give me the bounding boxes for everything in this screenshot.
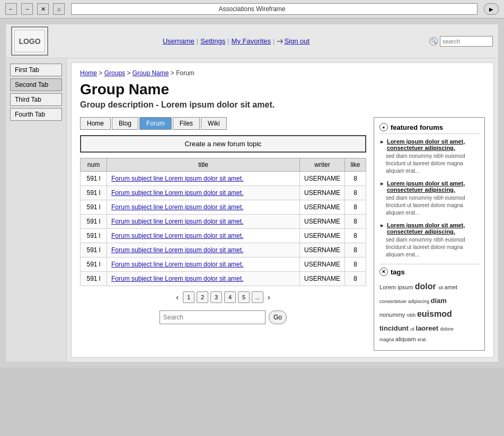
content-body: Home Blog Forum Files Wiki: [80, 117, 485, 351]
cell-title-4[interactable]: Forum subject line Lorem ipsum dolor sit…: [107, 229, 300, 243]
forum-search-input[interactable]: [160, 310, 266, 324]
tag-euismod[interactable]: euismod: [417, 309, 452, 318]
content-area: Home > Groups > Group Name > Forum Group…: [71, 63, 494, 358]
table-row[interactable]: 591 l Forum subject line Lorem ipsum dol…: [81, 200, 366, 215]
settings-link[interactable]: Settings: [200, 37, 225, 45]
home-button[interactable]: ⌂: [53, 3, 65, 15]
tag-sit[interactable]: sit: [438, 285, 445, 290]
tag-aliquam[interactable]: aliquam: [395, 336, 418, 342]
cell-num-1: 591 l: [81, 186, 107, 200]
arrow-icon-3: ►: [379, 223, 385, 228]
cell-like-3: 8: [345, 215, 366, 229]
cell-title-2[interactable]: Forum subject line Lorem ipsum dolor sit…: [107, 200, 300, 215]
prev-page-button[interactable]: ‹: [174, 293, 181, 301]
tab-home[interactable]: Home: [80, 117, 111, 130]
tab-files[interactable]: Files: [173, 117, 200, 130]
page-1-button[interactable]: 1: [183, 291, 194, 303]
table-row[interactable]: 591 l Forum subject line Lorem ipsum dol…: [81, 257, 366, 272]
featured-icon: ●: [379, 123, 388, 131]
cell-title-0[interactable]: Forum subject line Lorem ipsum dolor sit…: [107, 172, 300, 186]
featured-item-2: ► Lorem ipsum dolor sit amet, consectetu…: [379, 180, 479, 217]
tag-lorem[interactable]: Lorem: [379, 284, 397, 290]
cell-like-5: 8: [345, 243, 366, 257]
sign-out-text[interactable]: Sign out: [284, 37, 310, 45]
page-4-button[interactable]: 4: [224, 291, 236, 303]
back-button[interactable]: ←: [5, 3, 17, 15]
table-row[interactable]: 591 l Forum subject line Lorem ipsum dol…: [81, 229, 366, 243]
main-content: Home Blog Forum Files Wiki: [80, 117, 366, 351]
forum-search: Go: [80, 306, 366, 328]
sign-out-icon: [277, 38, 283, 45]
tags-cloud: Lorem ipsum dolor sit amet consectetuer …: [379, 279, 479, 345]
create-forum-topic-button[interactable]: Create a new forum topic: [80, 135, 366, 153]
tag-ipsum[interactable]: ipsum: [397, 284, 414, 290]
tag-amet[interactable]: amet: [445, 284, 457, 290]
username-link[interactable]: Username: [163, 37, 194, 45]
tag-ut[interactable]: ut: [411, 326, 416, 332]
tag-nibh[interactable]: nibh: [406, 313, 417, 318]
forum-search-go-button[interactable]: Go: [269, 310, 287, 324]
tab-blog[interactable]: Blog: [112, 117, 138, 130]
tag-erat[interactable]: erat.: [418, 337, 427, 342]
breadcrumb-current: Forum: [176, 69, 194, 77]
table-row[interactable]: 591 l Forum subject line Lorem ipsum dol…: [81, 215, 366, 229]
cell-title-7[interactable]: Forum subject line Lorem ipsum dolor sit…: [107, 272, 300, 286]
page-5-button[interactable]: 5: [238, 291, 250, 303]
featured-item-3-title[interactable]: Lorem ipsum dolor sit amet, consectetuer…: [387, 222, 479, 235]
sidebar-item-fourth-tab[interactable]: Fourth Tab: [10, 108, 62, 121]
cell-writer-7: USERNAME: [299, 272, 344, 286]
arrow-icon-1: ►: [379, 139, 385, 145]
header-nav: Username | Settings | My Favorites | Sig…: [48, 37, 424, 45]
address-bar[interactable]: [71, 3, 478, 15]
featured-item-2-title[interactable]: Lorem ipsum dolor sit amet, consectetuer…: [387, 180, 479, 193]
tab-wiki[interactable]: Wiki: [201, 117, 227, 130]
table-row[interactable]: 591 l Forum subject line Lorem ipsum dol…: [81, 272, 366, 286]
sidebar-item-first-tab[interactable]: First Tab: [10, 64, 62, 76]
table-row[interactable]: 591 l Forum subject line Lorem ipsum dol…: [81, 172, 366, 186]
cell-title-1[interactable]: Forum subject line Lorem ipsum dolor sit…: [107, 186, 300, 200]
page-2-button[interactable]: 2: [197, 291, 208, 303]
featured-item-1: ► Lorem ipsum dolor sit amet, consectetu…: [379, 138, 479, 175]
arrow-icon-2: ►: [379, 181, 385, 186]
cell-title-5[interactable]: Forum subject line Lorem ipsum dolor sit…: [107, 243, 300, 257]
page-3-button[interactable]: 3: [210, 291, 222, 303]
tag-magna[interactable]: magna: [379, 337, 395, 342]
cell-like-7: 8: [345, 272, 366, 286]
browser-chrome: ← → ✕ ⌂ Associations Wireframe ▶: [0, 0, 504, 19]
cell-writer-5: USERNAME: [299, 243, 344, 257]
next-page-button[interactable]: ›: [266, 293, 272, 301]
tag-dolore[interactable]: dolore: [440, 326, 454, 332]
table-row[interactable]: 591 l Forum subject line Lorem ipsum dol…: [81, 243, 366, 257]
sidebar-item-second-tab[interactable]: Second Tab: [10, 78, 62, 91]
tag-adipiscing[interactable]: adipiscing: [408, 299, 431, 304]
search-input-header[interactable]: [440, 36, 493, 47]
breadcrumb-groups[interactable]: Groups: [104, 69, 125, 77]
sign-out-link[interactable]: Sign out: [277, 37, 310, 45]
cell-like-0: 8: [345, 172, 366, 186]
tag-dolor[interactable]: dolor: [415, 282, 438, 291]
col-header-title: title: [107, 158, 300, 172]
logo: LOGO: [11, 26, 48, 56]
cell-writer-0: USERNAME: [299, 172, 344, 186]
tag-tincidunt[interactable]: tincidunt: [379, 324, 411, 332]
cell-title-3[interactable]: Forum subject line Lorem ipsum dolor sit…: [107, 215, 300, 229]
forward-button[interactable]: →: [21, 3, 33, 15]
tag-consectetuer[interactable]: consectetuer: [379, 299, 408, 304]
tag-nonummy[interactable]: nonummy: [379, 312, 406, 318]
go-button-browser[interactable]: ▶: [484, 3, 499, 15]
close-button[interactable]: ✕: [37, 3, 49, 15]
my-favorites-link[interactable]: My Favorites: [232, 37, 271, 45]
featured-item-1-title[interactable]: Lorem ipsum dolor sit amet, consectetuer…: [387, 138, 479, 151]
cell-title-6[interactable]: Forum subject line Lorem ipsum dolor sit…: [107, 257, 300, 272]
breadcrumb-home[interactable]: Home: [80, 69, 97, 77]
breadcrumb-group-name[interactable]: Group Name: [132, 69, 169, 77]
pagination: ‹ 1 2 3 4 5 ... ›: [80, 286, 366, 306]
cell-like-2: 8: [345, 200, 366, 215]
tag-diam[interactable]: diam: [431, 297, 447, 305]
sidebar-item-third-tab[interactable]: Third Tab: [10, 93, 62, 106]
cell-writer-1: USERNAME: [299, 186, 344, 200]
tab-forum[interactable]: Forum: [139, 117, 172, 130]
tag-laoreet[interactable]: laoreet: [416, 324, 440, 332]
table-row[interactable]: 591 l Forum subject line Lorem ipsum dol…: [81, 186, 366, 200]
main-area: First Tab Second Tab Third Tab Fourth Ta…: [5, 58, 499, 362]
